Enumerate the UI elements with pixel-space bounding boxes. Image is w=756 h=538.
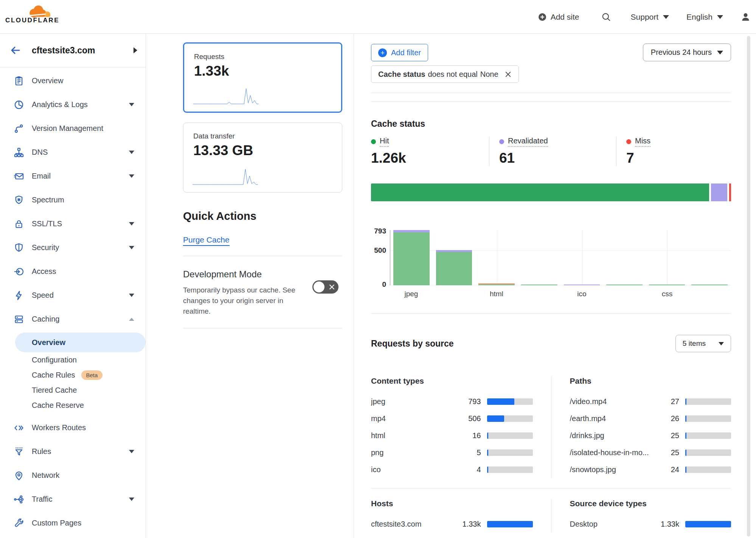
sidebar-item-network[interactable]: Network <box>0 463 146 487</box>
y-axis-labels: 793 500 0 <box>371 230 390 285</box>
requests-by-source-title: Requests by source <box>371 339 454 349</box>
legend-dot <box>371 139 376 144</box>
remove-filter-icon[interactable] <box>505 71 512 78</box>
stat-label[interactable]: Hit <box>380 137 389 147</box>
stat-label[interactable]: Revalidated <box>508 137 548 147</box>
map-pin-icon <box>14 470 24 481</box>
sidebar-item-rules[interactable]: Rules <box>0 440 146 463</box>
stat-value: 61 <box>499 150 616 166</box>
sidebar-item-analytics-logs[interactable]: Analytics & Logs <box>0 93 146 117</box>
table-row: /isolated-house-in-mo... 25 <box>570 444 731 461</box>
paths-table: /video.mp4 27 /earth.mp4 26 /drinks.jpg … <box>570 393 731 478</box>
sidebar-item-spectrum[interactable]: Spectrum <box>0 188 146 212</box>
metric-value: 1.33k <box>194 63 331 79</box>
chevron-down-icon <box>717 15 723 19</box>
time-range-selector[interactable]: Previous 24 hours <box>643 44 731 61</box>
items-count-selector[interactable]: 5 items <box>675 335 731 352</box>
sidebar-item-traffic[interactable]: Traffic <box>0 487 146 511</box>
row-value: 793 <box>455 397 481 406</box>
chevron-down-icon <box>129 103 134 106</box>
cache-status-stat: Hit 1.26k <box>371 137 489 166</box>
table-row: /snowtops.jpg 24 <box>570 461 731 478</box>
add-site-button[interactable]: Add site <box>538 12 579 22</box>
cache-status-title: Cache status <box>371 119 731 129</box>
sidebar-item-version-management[interactable]: Version Management <box>0 117 146 140</box>
bar-segment-revalidated <box>564 285 600 286</box>
bar-segment-hit <box>649 285 685 286</box>
filter-value: None <box>480 70 498 79</box>
chart-bar <box>606 285 643 286</box>
filter-chip[interactable]: Cache status does not equal None <box>371 65 519 83</box>
sidebar-item-overview[interactable]: Overview <box>0 69 146 93</box>
sidebar-subitem-caching-overview[interactable]: Overview <box>15 333 146 352</box>
divider <box>371 313 731 314</box>
row-bar-fill <box>487 521 533 527</box>
search-button[interactable] <box>601 12 611 22</box>
row-label: mp4 <box>371 414 455 423</box>
bar-segment-hit <box>436 252 472 285</box>
development-mode-toggle[interactable] <box>312 280 338 294</box>
toggle-off-x-icon <box>329 284 335 290</box>
chevron-right-icon[interactable] <box>134 47 137 53</box>
source-tables: Content types jpeg 793 mp4 506 html 16 p… <box>371 376 731 478</box>
legend-dot <box>499 139 504 144</box>
bar-segment-hit <box>478 285 515 286</box>
sidebar-item-speed[interactable]: Speed <box>0 283 146 307</box>
sidebar-subitem-cache-reserve[interactable]: Cache Reserve <box>0 398 146 413</box>
table-row: mp4 506 <box>371 410 533 427</box>
chevron-down-icon <box>129 450 134 453</box>
sidebar-item-security[interactable]: Security <box>0 236 146 260</box>
share-network-icon <box>14 494 24 505</box>
requests-metric-card[interactable]: Requests 1.33k <box>183 42 342 113</box>
chevron-down-icon <box>663 15 669 19</box>
row-label: /snowtops.jpg <box>570 465 653 474</box>
sidebar-item-ssl-tls[interactable]: SSL/TLS <box>0 212 146 236</box>
bar-segment-hit <box>393 232 430 285</box>
support-menu[interactable]: Support <box>631 12 669 22</box>
row-bar <box>487 449 533 456</box>
account-menu[interactable] <box>740 12 751 22</box>
table-row: png 5 <box>371 444 533 461</box>
data-transfer-metric-card[interactable]: Data transfer 13.33 GB <box>183 123 342 193</box>
chart-gridline <box>667 230 668 285</box>
row-label: html <box>371 431 455 440</box>
chevron-down-icon <box>717 51 723 54</box>
table-row: html 16 <box>371 427 533 444</box>
table-row: ico 4 <box>371 461 533 478</box>
sidebar-item-email[interactable]: Email <box>0 164 146 188</box>
beta-badge: Beta <box>81 370 103 380</box>
sidebar-subitem-tiered-cache[interactable]: Tiered Cache <box>0 383 146 398</box>
sidebar-subitem-cache-rules[interactable]: Cache RulesBeta <box>0 367 146 383</box>
bar-segment-hit <box>521 285 557 286</box>
table-row: /video.mp4 27 <box>570 393 731 410</box>
x-tick: jpeg <box>404 290 418 298</box>
stacked-bar-segment <box>371 183 709 201</box>
row-value: 1.33k <box>653 520 679 529</box>
back-arrow-icon[interactable] <box>10 45 21 56</box>
vertical-scrollbar[interactable] <box>747 36 750 536</box>
cloudflare-logo[interactable]: CLOUDFLARE <box>5 2 51 25</box>
row-bar <box>487 432 533 439</box>
data-transfer-sparkline <box>192 167 258 187</box>
chevron-down-icon <box>129 246 134 249</box>
add-filter-button[interactable]: + Add filter <box>371 44 428 61</box>
row-bar <box>487 398 533 405</box>
source-device-types-title: Source device types <box>570 499 731 508</box>
stacked-bar-segment <box>711 183 727 201</box>
host-device-tables: Hosts cftestsite3.com 1.33k Source devic… <box>371 499 731 533</box>
language-menu[interactable]: English <box>686 12 723 22</box>
row-bar-fill <box>685 521 731 527</box>
site-name: cftestsite3.com <box>32 45 95 56</box>
sidebar-item-dns[interactable]: DNS <box>0 140 146 164</box>
row-value: 27 <box>653 397 679 406</box>
row-value: 26 <box>653 414 679 423</box>
stat-label[interactable]: Miss <box>635 137 650 147</box>
sidebar-item-workers-routes[interactable]: Workers Routes <box>0 416 146 440</box>
sidebar-item-caching[interactable]: Caching <box>0 307 146 331</box>
sidebar-item-custom-pages[interactable]: Custom Pages <box>0 511 146 535</box>
purge-cache-link[interactable]: Purge Cache <box>183 235 230 246</box>
code-brackets-icon <box>14 423 24 433</box>
sidebar-item-access[interactable]: Access <box>0 260 146 283</box>
cache-status-bar-chart: 793 500 0 <box>371 230 731 285</box>
sidebar-subitem-configuration[interactable]: Configuration <box>0 352 146 367</box>
